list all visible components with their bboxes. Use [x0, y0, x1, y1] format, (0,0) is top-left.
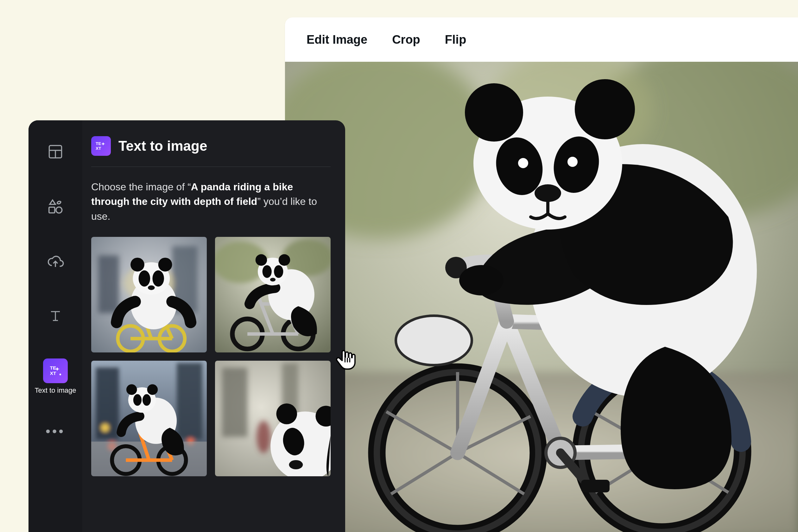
svg-text:XT: XT: [96, 146, 101, 151]
thumbnail-image: [215, 237, 330, 353]
templates-icon: [47, 144, 64, 160]
svg-point-67: [263, 265, 272, 278]
svg-point-90: [276, 403, 297, 424]
upload-cloud-icon: [47, 253, 64, 270]
rail-more[interactable]: •••: [28, 425, 82, 438]
panel-content: TE XT Text to image Choose the image of …: [82, 120, 345, 532]
panel-title: Text to image: [118, 138, 207, 154]
toolbar-edit-image[interactable]: Edit Image: [306, 33, 367, 46]
svg-point-93: [289, 460, 303, 469]
svg-rect-39: [49, 207, 55, 213]
svg-point-32: [518, 158, 528, 168]
svg-point-33: [568, 157, 577, 167]
more-icon: •••: [45, 425, 65, 438]
svg-point-53: [131, 258, 145, 272]
elements-icon: [47, 198, 64, 215]
svg-point-66: [279, 254, 290, 266]
editor-toolbar: Edit Image Crop Flip: [285, 17, 798, 62]
editor-canvas[interactable]: [285, 62, 798, 532]
rail-templates[interactable]: [28, 139, 82, 164]
svg-point-84: [142, 394, 151, 406]
svg-text:XT: XT: [50, 370, 56, 376]
svg-point-42: [59, 374, 61, 375]
svg-point-55: [139, 270, 150, 287]
svg-point-65: [255, 254, 267, 266]
svg-rect-46: [98, 255, 119, 314]
svg-point-29: [575, 79, 635, 139]
svg-point-74: [101, 424, 109, 432]
rail-text-to-image[interactable]: TE XT Text to image: [28, 359, 82, 395]
svg-text:TE: TE: [50, 365, 56, 370]
svg-point-54: [158, 258, 172, 272]
svg-point-83: [133, 394, 141, 406]
side-panel: TE XT Text to image ••• TE XT Text to im…: [28, 120, 345, 532]
thumbnail-2[interactable]: [215, 237, 330, 353]
svg-rect-86: [222, 368, 247, 437]
svg-point-81: [126, 384, 137, 395]
svg-point-68: [274, 265, 283, 278]
rail-text-to-image-label: Text to image: [35, 386, 76, 395]
svg-point-56: [152, 270, 164, 287]
svg-point-34: [534, 184, 561, 202]
canvas-image: [285, 62, 798, 532]
thumbnail-4[interactable]: [215, 361, 330, 476]
thumbnail-image: [91, 361, 207, 476]
svg-point-82: [147, 384, 158, 395]
thumbnail-image: [91, 237, 207, 353]
toolbar-flip[interactable]: Flip: [445, 33, 467, 46]
panel-header: TE XT Text to image: [91, 136, 330, 167]
prompt-prefix: Choose the image of “: [91, 181, 191, 192]
toolbar-crop[interactable]: Crop: [392, 33, 420, 46]
svg-point-26: [459, 265, 504, 296]
thumbnail-1[interactable]: [91, 237, 207, 353]
editor-window: Edit Image Crop Flip: [285, 17, 798, 532]
svg-point-88: [256, 421, 270, 453]
svg-point-57: [148, 285, 155, 290]
rail-uploads[interactable]: [28, 249, 82, 273]
text-to-image-icon: TE XT: [95, 140, 107, 152]
text-icon: [48, 308, 63, 324]
thumbnail-grid: [91, 237, 330, 476]
rail-text[interactable]: [28, 304, 82, 328]
svg-point-38: [56, 207, 62, 213]
panel-header-icon: TE XT: [91, 136, 111, 156]
svg-point-69: [270, 278, 276, 282]
thumbnail-image: [215, 361, 330, 476]
thumbnail-3[interactable]: [91, 361, 207, 476]
side-rail: TE XT Text to image •••: [28, 120, 82, 532]
text-to-image-icon: TE XT: [48, 363, 63, 378]
svg-text:TE: TE: [96, 141, 101, 146]
rail-elements[interactable]: [28, 194, 82, 219]
svg-point-28: [465, 83, 523, 141]
panel-prompt: Choose the image of “A panda riding a bi…: [91, 179, 330, 224]
svg-rect-24: [581, 480, 610, 492]
svg-rect-72: [177, 363, 202, 439]
